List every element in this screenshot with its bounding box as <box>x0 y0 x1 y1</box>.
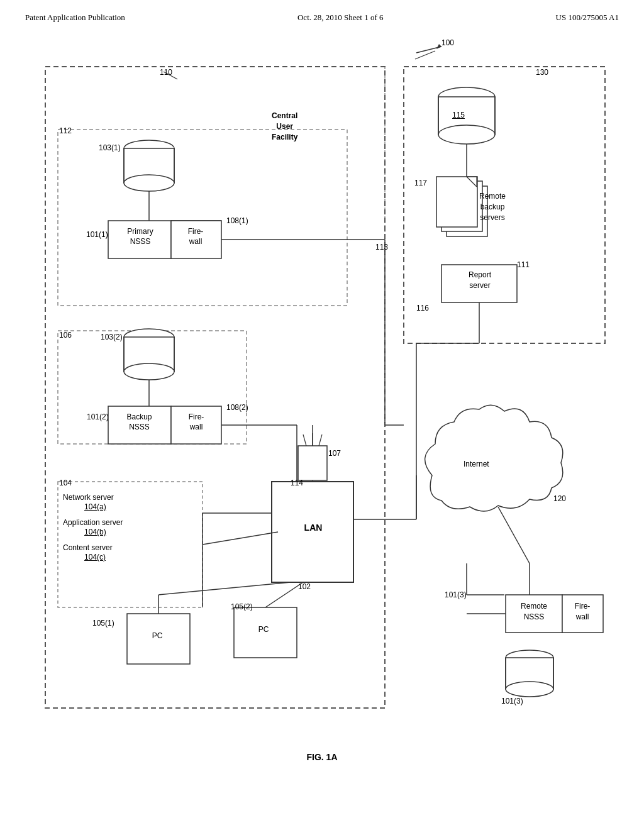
ref-103-2: 103(2) <box>101 333 123 341</box>
ref-105-1: 105(1) <box>92 619 114 628</box>
svg-line-58 <box>467 177 477 187</box>
network-server-label: Network server <box>63 493 114 502</box>
svg-line-36 <box>158 582 291 595</box>
ref-114: 114 <box>291 479 303 487</box>
ref-108-2: 108(2) <box>226 403 248 412</box>
firewall-1-label: Fire-wall <box>173 227 218 246</box>
svg-rect-56 <box>441 181 482 231</box>
ref-101-2: 101(2) <box>87 412 109 421</box>
svg-rect-57 <box>436 177 477 227</box>
internet-label: Internet <box>464 460 489 468</box>
pc1-label: PC <box>138 631 176 640</box>
ref-130: 130 <box>536 68 548 77</box>
svg-point-18 <box>124 329 174 345</box>
svg-line-0 <box>416 47 441 53</box>
ref-101-3: 101(3) <box>445 590 467 599</box>
svg-point-10 <box>124 175 174 191</box>
primary-nsss-label: PrimaryNSSS <box>111 227 169 246</box>
svg-rect-63 <box>506 658 553 689</box>
ref-104c: 104(c) <box>84 553 106 562</box>
svg-point-62 <box>506 650 553 665</box>
page: Patent Application Publication Oct. 28, … <box>0 0 644 830</box>
ref-115: 115 <box>452 111 465 119</box>
content-server-label: Content server <box>63 543 113 552</box>
firewall-3-label: Fire-wall <box>564 601 601 622</box>
backup-nsss-label: BackupNSSS <box>109 412 169 432</box>
application-server-label: Application server <box>63 518 123 527</box>
svg-line-39 <box>203 532 278 545</box>
svg-point-51 <box>438 125 495 144</box>
ref-112: 112 <box>59 126 72 135</box>
svg-rect-32 <box>298 446 327 480</box>
diagram-area: 100 110 130 Central User Facility 103(1)… <box>26 29 618 746</box>
ref-105-2: 105(2) <box>231 602 253 611</box>
svg-line-35 <box>319 434 322 446</box>
ref-108-1: 108(1) <box>226 216 248 225</box>
svg-point-20 <box>124 363 174 380</box>
remote-nsss-label: RemoteNSSS <box>507 601 561 622</box>
svg-point-49 <box>438 87 495 106</box>
ref-104b: 104(b) <box>84 528 106 536</box>
svg-rect-2 <box>45 67 385 708</box>
svg-rect-19 <box>124 337 174 372</box>
svg-point-8 <box>124 140 174 157</box>
ref-116: 116 <box>416 304 429 313</box>
ref-101-3b: 101(3) <box>501 697 523 706</box>
ref-110: 110 <box>160 68 172 77</box>
header-right: US 100/275005 A1 <box>556 13 619 23</box>
svg-rect-4 <box>58 130 347 306</box>
header-left: Patent Application Publication <box>25 13 125 23</box>
ref-103-1: 103(1) <box>99 143 121 152</box>
ref-100: 100 <box>441 38 454 47</box>
report-server-label: Reportserver <box>445 270 515 291</box>
page-header: Patent Application Publication Oct. 28, … <box>25 13 619 23</box>
firewall-2-label: Fire-wall <box>173 412 219 432</box>
svg-marker-1 <box>436 44 441 49</box>
pc2-label: PC <box>245 625 282 634</box>
svg-rect-9 <box>124 148 174 183</box>
figure-caption: FIG. 1A <box>25 752 619 762</box>
ref-117: 117 <box>414 179 427 187</box>
svg-line-33 <box>303 434 306 446</box>
svg-line-38 <box>265 582 303 607</box>
ref-107: 107 <box>328 449 341 458</box>
ref-120: 120 <box>553 494 566 503</box>
ref-106: 106 <box>59 331 72 340</box>
ref-104: 104 <box>59 479 72 487</box>
ref-111: 111 <box>517 260 530 269</box>
header-center: Oct. 28, 2010 Sheet 1 of 6 <box>297 13 383 23</box>
lan-label: LAN <box>288 523 338 533</box>
ref-104a: 104(a) <box>84 502 106 511</box>
ref-101-1: 101(1) <box>86 230 108 239</box>
ref-102: 102 <box>298 582 311 591</box>
svg-rect-50 <box>438 97 495 135</box>
central-user-facility-label: Central User Facility <box>272 111 297 142</box>
svg-point-64 <box>506 682 553 697</box>
ref-113: 113 <box>375 243 388 252</box>
svg-line-68 <box>498 507 530 563</box>
svg-line-70 <box>415 51 435 59</box>
remote-backup-servers-label: Remotebackupservers <box>479 191 506 223</box>
